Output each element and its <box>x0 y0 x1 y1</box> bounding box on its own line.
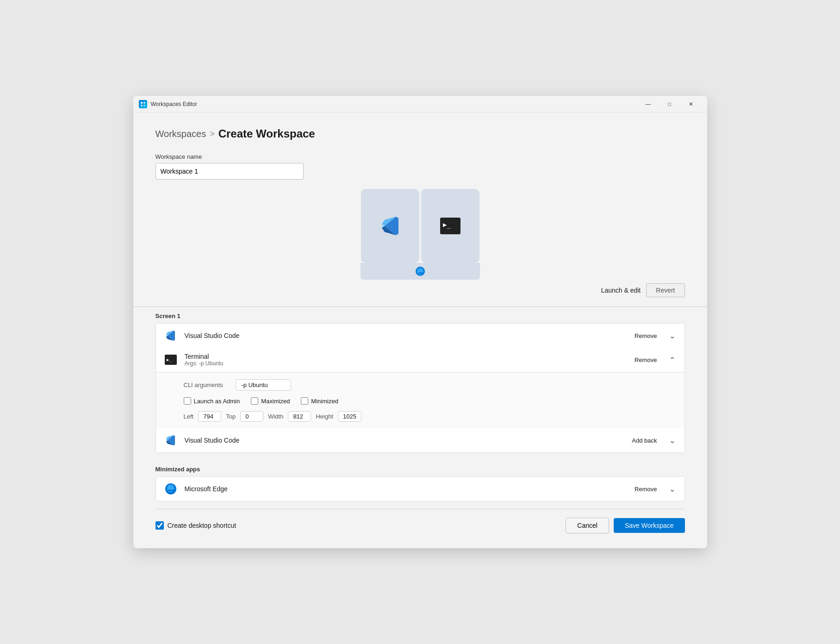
launch-as-admin-label: Launch as Admin <box>194 398 240 405</box>
breadcrumb-workspaces[interactable]: Workspaces <box>156 129 206 139</box>
width-label: Width <box>268 413 283 420</box>
window-title: Workspaces Editor <box>151 101 638 107</box>
svg-rect-1 <box>143 102 145 104</box>
breadcrumb: Workspaces > Create Workspace <box>156 127 685 140</box>
screen1-label: Screen 1 <box>156 307 685 323</box>
height-label: Height <box>316 413 333 420</box>
svg-text:▶_: ▶_ <box>167 357 172 362</box>
terminal-expanded: CLI arguments -p Ubuntu Launch as Admin … <box>156 372 684 428</box>
workspace-name-label: Workspace name <box>156 153 685 160</box>
breadcrumb-current: Create Workspace <box>218 127 315 140</box>
vscode2-addback-action[interactable]: Add back <box>632 437 657 444</box>
terminal-preview-icon: ▶_ <box>439 217 461 235</box>
terminal-remove-action[interactable]: Remove <box>635 356 657 363</box>
cli-args-value: -p Ubuntu <box>236 379 291 391</box>
terminal-row-group: ▶_ Terminal Args: -p Ubuntu Remove ⌃ CLI… <box>156 348 684 428</box>
launch-as-admin-checkbox[interactable] <box>184 397 191 405</box>
svg-text:▶_: ▶_ <box>443 221 451 229</box>
vscode2-info: Visual Studio Code <box>185 437 626 444</box>
vscode-icon <box>163 328 178 343</box>
edge-chevron-down[interactable]: ⌄ <box>667 483 677 495</box>
vscode-info: Visual Studio Code <box>185 332 628 339</box>
preview-taskbar <box>361 263 480 280</box>
svg-rect-2 <box>141 105 143 106</box>
left-value: 794 <box>198 411 221 422</box>
svg-rect-0 <box>141 102 143 104</box>
edge-remove-action[interactable]: Remove <box>635 486 657 493</box>
minimized-checkbox[interactable] <box>301 397 308 405</box>
terminal-chevron-up[interactable]: ⌃ <box>667 354 677 366</box>
edge-name: Microsoft Edge <box>185 485 628 493</box>
main-content: Workspaces > Create Workspace Workspace … <box>133 113 707 548</box>
cancel-button[interactable]: Cancel <box>566 518 609 533</box>
breadcrumb-separator: > <box>210 129 215 139</box>
coords-row: Left 794 Top 0 Width 812 Height 1025 <box>184 411 677 422</box>
vscode-row: Visual Studio Code Remove ⌄ <box>156 324 684 348</box>
vscode-remove-action[interactable]: Remove <box>635 332 657 339</box>
edge-icon <box>163 481 178 496</box>
maximized-label: Maximized <box>261 398 290 405</box>
edge-row: Microsoft Edge Remove ⌄ <box>156 477 684 501</box>
bottom-bar: Create desktop shortcut Cancel Save Work… <box>156 509 685 537</box>
window-controls: — □ ✕ <box>638 96 702 113</box>
vscode2-icon <box>163 433 178 448</box>
create-shortcut-label: Create desktop shortcut <box>168 522 236 529</box>
terminal-info: Terminal Args: -p Ubuntu <box>185 353 628 367</box>
main-window: Workspaces Editor — □ ✕ Workspaces > Cre… <box>133 96 707 548</box>
edge-info: Microsoft Edge <box>185 485 628 493</box>
create-shortcut-checkbox[interactable] <box>156 521 164 530</box>
maximized-checkbox[interactable] <box>251 397 258 405</box>
app-list: Visual Studio Code Remove ⌄ ▶_ <box>156 323 685 453</box>
vscode2-row: Visual Studio Code Add back ⌄ <box>156 428 684 452</box>
revert-button[interactable]: Revert <box>646 283 684 297</box>
vscode2-row-group: Visual Studio Code Add back ⌄ <box>156 428 684 452</box>
checkboxes-row: Launch as Admin Maximized Minimized <box>184 397 677 405</box>
preview-container: ▶_ <box>361 189 480 280</box>
left-label: Left <box>184 413 194 420</box>
preview-screen-vscode <box>361 189 419 263</box>
terminal-args: Args: -p Ubuntu <box>185 360 628 367</box>
vscode2-name: Visual Studio Code <box>185 437 626 444</box>
preview-area: ▶_ <box>156 189 685 280</box>
close-button[interactable]: ✕ <box>680 96 702 113</box>
vscode-chevron-down[interactable]: ⌄ <box>667 330 677 342</box>
svg-rect-3 <box>143 105 145 106</box>
maximize-button[interactable]: □ <box>659 96 680 113</box>
cli-args-row: CLI arguments -p Ubuntu <box>184 379 677 391</box>
title-bar: Workspaces Editor — □ ✕ <box>133 96 707 113</box>
minimized-label: Minimized <box>311 398 338 405</box>
top-value: 0 <box>240 411 263 422</box>
terminal-name: Terminal <box>185 353 628 360</box>
cli-args-label: CLI arguments <box>184 381 230 388</box>
minimize-button[interactable]: — <box>638 96 659 113</box>
maximized-item[interactable]: Maximized <box>251 397 290 405</box>
save-workspace-button[interactable]: Save Workspace <box>614 518 685 533</box>
height-value: 1025 <box>338 411 361 422</box>
workspace-name-input[interactable] <box>156 163 304 180</box>
terminal-row: ▶_ Terminal Args: -p Ubuntu Remove ⌃ <box>156 348 684 372</box>
top-label: Top <box>226 413 236 420</box>
vscode-name: Visual Studio Code <box>185 332 628 339</box>
vscode2-chevron-down[interactable]: ⌄ <box>667 434 677 447</box>
minimized-app-list: Microsoft Edge Remove ⌄ <box>156 476 685 501</box>
preview-screen-terminal: ▶_ <box>421 189 479 263</box>
shortcut-check-group: Create desktop shortcut <box>156 521 566 530</box>
app-icon <box>139 100 147 108</box>
minimized-apps-label: Minimized apps <box>156 460 685 476</box>
taskbar-edge-icon <box>415 266 425 276</box>
launch-as-admin-item[interactable]: Launch as Admin <box>184 397 240 405</box>
preview-screens: ▶_ <box>361 189 479 263</box>
table-row: Visual Studio Code Remove ⌄ <box>156 324 684 348</box>
launch-edit-link[interactable]: Launch & edit <box>601 287 641 294</box>
minimized-item[interactable]: Minimized <box>301 397 338 405</box>
vscode-preview-icon <box>378 214 402 238</box>
terminal-icon: ▶_ <box>163 352 178 367</box>
launch-row: Launch & edit Revert <box>156 283 685 297</box>
width-value: 812 <box>288 411 311 422</box>
